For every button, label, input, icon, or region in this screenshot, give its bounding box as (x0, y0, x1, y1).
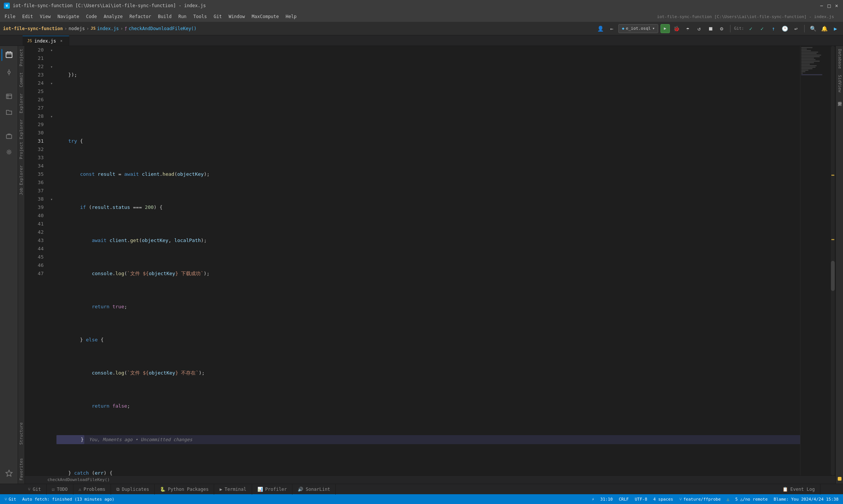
menu-view[interactable]: View (37, 13, 54, 20)
bottom-tab-event-log[interactable]: 📋 Event Log (777, 484, 820, 495)
editor-container[interactable]: 20 21 22 23 24 25 26 27 28 29 30 31 32 3… (25, 46, 835, 475)
editor-scrollbar[interactable] (830, 46, 835, 475)
right-sidebar-sidview[interactable]: SidView (836, 72, 843, 95)
menu-git[interactable]: Git (211, 13, 225, 20)
main-layout: Project Commit Explorer Project Explorer… (0, 46, 843, 484)
bottom-tab-git[interactable]: ⑂ Git (23, 484, 47, 495)
git-push-btn[interactable]: ↑ (769, 24, 778, 33)
run-config-dropdown[interactable]: ◆ e_iot.osql ▾ (618, 24, 658, 33)
func-icon: ƒ (125, 26, 127, 31)
status-cursor[interactable]: 31:10 (599, 497, 614, 502)
status-line-ending[interactable]: CRLF (617, 497, 630, 502)
line-ending-label: CRLF (619, 497, 629, 502)
right-sidebar-database[interactable]: Database (836, 46, 843, 72)
run-config-icon: ◆ (622, 26, 624, 31)
fold-gutter: ▾ ▾ ▾ ▾ ▾ (48, 46, 55, 475)
debug-btn[interactable]: 🐞 (672, 24, 681, 33)
bottom-tab-problems[interactable]: ⚠ Problems (73, 484, 111, 495)
breadcrumb-file[interactable]: index.js (97, 26, 119, 31)
sidebar-label-job-explorer[interactable]: Job Explorer (18, 162, 24, 198)
search-btn[interactable]: 🔍 (808, 24, 817, 33)
settings-btn[interactable]: ⚙ (717, 24, 726, 33)
sidebar-icon-project-explorer[interactable] (2, 105, 17, 120)
status-git-icon[interactable]: ⑂ Git (3, 497, 18, 502)
menu-code[interactable]: Code (83, 13, 100, 20)
code-line-20: }); (56, 71, 800, 79)
git-revert-btn[interactable]: ↩ (791, 24, 800, 33)
bottom-tab-duplicates[interactable]: ⧉ Duplicates (111, 484, 155, 495)
user-icon-btn[interactable]: 👤 (596, 24, 605, 33)
menu-refactor[interactable]: Refactor (126, 13, 154, 20)
statusbar: ⑂ Git Auto fetch: finished (13 minutes a… (0, 494, 843, 504)
menu-navigate[interactable]: Navigate (55, 13, 82, 20)
bottom-tab-python-packages[interactable]: 🐍 Python Packages (155, 484, 214, 495)
status-git-changes[interactable]: 5 △/no remote (734, 497, 769, 502)
sidebar-label-commit[interactable]: Commit (18, 69, 24, 90)
menu-edit[interactable]: Edit (19, 13, 36, 20)
breadcrumb-node[interactable]: nodejs (68, 26, 85, 31)
right-sidebar-translate[interactable]: 麦文翻译 (836, 95, 843, 101)
sidebar-label-favorites[interactable]: Favorites (18, 455, 24, 484)
status-auto-fetch[interactable]: Auto fetch: finished (13 minutes ago) (21, 497, 116, 502)
breadcrumb-func[interactable]: checkAndDownloadFileKey() (129, 26, 197, 31)
tab-index-js[interactable]: JS index.js × (23, 36, 69, 46)
sidebar-label-structure[interactable]: Structure (18, 419, 24, 448)
coverage-btn[interactable]: ☂ (683, 24, 692, 33)
menu-window[interactable]: Window (225, 13, 248, 20)
scrollbar-thumb[interactable] (831, 261, 835, 291)
tab-close-btn[interactable]: × (58, 38, 64, 44)
sidebar-label-project-explorer[interactable]: Project Explorer (18, 116, 24, 162)
rerun-btn[interactable]: ↺ (695, 24, 704, 33)
menu-run[interactable]: Run (175, 13, 190, 20)
maximize-button[interactable]: □ (826, 3, 832, 8)
git-history-btn[interactable]: 🕐 (780, 24, 789, 33)
sonarlint-tab-label: SonarLint (306, 487, 330, 492)
menu-build[interactable]: Build (155, 13, 175, 20)
git-tab-label: Git (33, 487, 41, 492)
menu-help[interactable]: Help (283, 13, 300, 20)
svg-point-11 (8, 151, 10, 153)
dropdown-icon: ▾ (652, 26, 655, 31)
sidebar-icon-build[interactable] (2, 145, 17, 160)
bottom-tab-todo[interactable]: ☑ TODO (47, 484, 73, 495)
status-warnings[interactable]: △ (725, 497, 731, 502)
sidebar-icon-favorites[interactable] (2, 466, 17, 481)
code-line-23: const result = await client.head(objectK… (56, 170, 800, 178)
notifications-btn[interactable]: 🔔 (820, 24, 829, 33)
fold-22[interactable]: ▾ (48, 62, 55, 71)
status-indent[interactable]: 4 spaces (652, 497, 675, 502)
sidebar-label-project[interactable]: Project (18, 46, 24, 69)
fold-20[interactable]: ▾ (48, 46, 55, 54)
bottom-tab-terminal[interactable]: ▶ Terminal (214, 484, 252, 495)
breadcrumb-project[interactable]: iot-file-sync-function (3, 26, 63, 31)
fold-28[interactable]: ▾ (48, 112, 55, 120)
fold-24[interactable]: ▾ (48, 79, 55, 87)
git-check-btn[interactable]: ✓ (746, 24, 755, 33)
sidebar-icon-commit[interactable] (2, 65, 17, 80)
power-icon: ⚡ (592, 497, 594, 502)
back-btn[interactable]: ← (607, 24, 616, 33)
menu-tools[interactable]: Tools (190, 13, 210, 20)
sidebar-icon-explorer[interactable] (2, 89, 17, 104)
status-blame[interactable]: Blame: You 2024/4/24 15:38 (772, 497, 840, 502)
menu-analyze[interactable]: Analyze (100, 13, 126, 20)
bottom-tab-sonarlint[interactable]: 🔊 SonarLint (292, 484, 336, 495)
sidebar-icon-project[interactable] (2, 47, 17, 62)
close-button[interactable]: × (834, 3, 839, 8)
minimize-button[interactable]: − (819, 3, 824, 8)
menu-maxcompute[interactable]: MaxCompute (249, 13, 282, 20)
git-status-icon: ⑂ (5, 497, 7, 502)
code-content[interactable]: }); try { const result = await client.he… (55, 46, 800, 475)
run-button[interactable]: ▶ (660, 24, 670, 33)
status-encoding[interactable]: UTF-8 (633, 497, 649, 502)
status-branch[interactable]: ⑂ feature/ffprobe (678, 497, 722, 502)
fold-38[interactable]: ▾ (48, 195, 55, 203)
menu-file[interactable]: File (2, 13, 18, 20)
more-btn[interactable]: ▶ (831, 24, 840, 33)
sidebar-icon-job-explorer[interactable] (2, 129, 17, 144)
sidebar-label-explorer[interactable]: Explorer (18, 90, 24, 116)
git-check2-btn[interactable]: ✓ (758, 24, 767, 33)
bottom-tab-profiler[interactable]: 📊 Profiler (252, 484, 293, 495)
cursor-position: 31:10 (600, 497, 613, 502)
stop-btn[interactable]: ⏹ (706, 24, 715, 33)
